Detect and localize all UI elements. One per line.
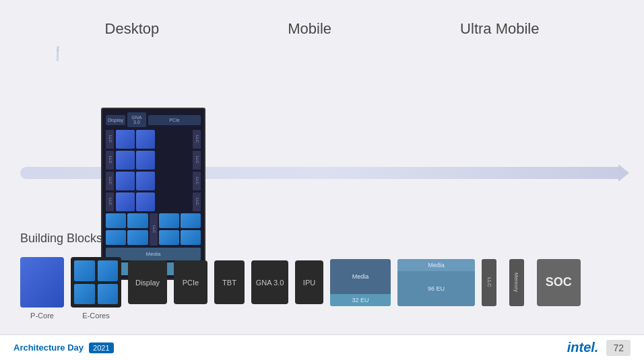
pcore-block-4 (116, 192, 191, 211)
building-blocks-row: P-Core E-Cores Display Display PCIe PCIe… (20, 257, 624, 320)
bb-llc-group: LLC LLC (482, 259, 496, 318)
pcore-cell (116, 192, 135, 211)
cpu-display-chip: Display (106, 115, 125, 125)
ecore-block-left (106, 213, 148, 246)
bb-llc-block: LLC (482, 259, 496, 306)
bb-pcore-group: P-Core (20, 257, 64, 320)
ecore-cell (181, 213, 201, 228)
ecore-cell (159, 213, 179, 228)
bb-media-32eu-bottom: 32 EU (330, 294, 391, 306)
pcore-cell (116, 172, 135, 190)
bb-soc-group: SOC SOC (537, 259, 581, 318)
bb-gna-group: GNA 3.0 GNA 3.0 (251, 260, 288, 316)
bb-pcore-block (20, 257, 64, 308)
pcore-row-4: LLC LLC (106, 192, 201, 211)
llc-2: LLC (193, 130, 201, 149)
ultra-mobile-label: Ultra Mobile (460, 20, 539, 38)
ecore-cell (159, 230, 179, 245)
bb-memory-block: Memory (509, 259, 524, 306)
pcore-row-2: LLC LLC (106, 151, 201, 170)
bb-soc-text: SOC (546, 275, 572, 289)
bb-ipu-chip: IPU (295, 260, 323, 304)
cpu-pcie-chip: PCIe (148, 115, 201, 125)
bb-ecore-cell (74, 284, 95, 305)
bb-ecore-cell (98, 284, 119, 305)
pcore-cell (116, 130, 135, 149)
bb-ecore-cell (98, 260, 119, 281)
bb-media32-group: Media 32 EU Media (330, 259, 391, 318)
llc-3: LLC (106, 151, 114, 170)
bb-display-chip: Display (128, 260, 167, 304)
ecore-cell (127, 230, 148, 245)
bb-media96-group: Media 96 EU Media (397, 259, 475, 318)
ecore-cell (106, 230, 126, 245)
bb-ecore-label: E-Cores (82, 312, 109, 320)
bb-tbt-chip: TBT (214, 260, 245, 304)
bb-media-96eu-block: Media 96 EU (397, 259, 475, 306)
ecore-cell (106, 213, 126, 228)
bb-gna-chip: GNA 3.0 (251, 260, 288, 304)
bottom-right: intel. 72 (567, 340, 631, 356)
pcore-row-1: LLC LLC (106, 130, 201, 149)
llc-8: LLC (193, 192, 201, 211)
bb-ecore-group: E-Cores (71, 257, 121, 320)
intel-logo: intel. (567, 340, 599, 355)
bb-pcie-group: PCIe PCIe (174, 260, 207, 316)
llc-7: LLC (106, 192, 114, 211)
bb-tbt-group: TBT TBT (214, 260, 245, 316)
arch-day-year: 2021 (89, 343, 113, 353)
pcore-block-1 (116, 130, 191, 149)
bb-media-96eu-top: Media (397, 259, 475, 271)
ecore-block-right (159, 213, 201, 246)
desktop-label: Desktop (105, 20, 160, 38)
llc-1: LLC (106, 130, 114, 149)
bb-ecore-block (71, 257, 121, 308)
cpu-diagram: Display GNA3.0 PCIe LLC LLC LLC LLC LLC (101, 108, 205, 280)
pcore-cell (136, 130, 155, 149)
bb-media-96eu-bottom: 96 EU (397, 271, 475, 306)
llc-5: LLC (106, 172, 114, 190)
llc-6: LLC (193, 172, 201, 190)
bb-memory-text: Memory (513, 273, 519, 292)
bb-ipu-group: IPU IPU (295, 260, 323, 316)
ecore-cell (181, 230, 201, 245)
page-number: 72 (606, 340, 631, 356)
building-blocks-title: Building Blocks (20, 231, 102, 246)
bb-media-32eu-top: Media (330, 259, 391, 294)
category-labels: Desktop Mobile Ultra Mobile (0, 20, 644, 38)
bb-llc-text: LLC (486, 277, 492, 287)
pcore-cell (136, 172, 155, 190)
memory-label: Memory (56, 46, 60, 61)
mobile-label: Mobile (288, 20, 331, 38)
bb-pcie-chip: PCIe (174, 260, 207, 304)
pcore-block-2 (116, 151, 191, 170)
bb-memory-group: Memory Memory (503, 259, 530, 318)
bb-display-group: Display Display (128, 260, 167, 316)
bottom-bar: Architecture Day 2021 intel. 72 (0, 334, 644, 360)
pcore-cell (116, 151, 135, 170)
pcore-block-3 (116, 172, 191, 190)
pcore-cell (136, 151, 155, 170)
ecore-row: LLC (106, 213, 201, 246)
llc-4: LLC (193, 151, 201, 170)
bb-pcore-label: P-Core (30, 312, 54, 320)
bb-soc-block: SOC (537, 259, 581, 306)
bb-ecore-cell (74, 260, 95, 281)
cpu-top-row: Display GNA3.0 PCIe (106, 112, 201, 127)
bottom-left: Architecture Day 2021 (13, 343, 114, 353)
llc-e: LLC (150, 213, 158, 246)
pcore-cell (136, 192, 155, 211)
pcore-row-3: LLC LLC (106, 172, 201, 190)
ecore-cell (127, 213, 148, 228)
bb-media-32eu-block: Media 32 EU (330, 259, 391, 306)
arch-day-text: Architecture Day (13, 343, 84, 353)
cpu-gna-chip: GNA3.0 (127, 112, 146, 127)
